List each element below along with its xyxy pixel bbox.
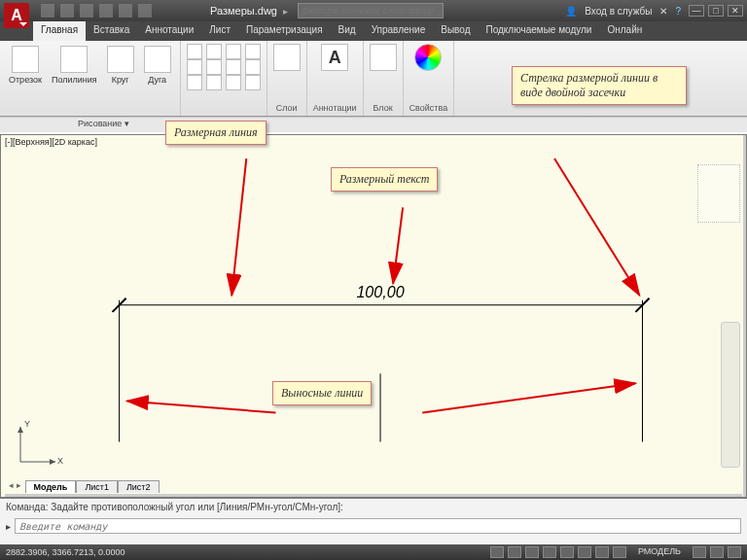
grid-toggle[interactable] [508,546,521,558]
move-icon[interactable] [187,44,202,59]
clean-screen-icon[interactable] [728,546,741,558]
command-history: Команда: Задайте противоположный угол ил… [6,502,741,512]
command-line: Команда: Задайте противоположный угол ил… [0,498,747,544]
polar-toggle[interactable] [543,546,556,558]
svg-line-10 [422,383,635,412]
panel-title-bar[interactable]: Рисование [0,117,747,132]
title-bar: A Размеры.dwg ▸ 👤 Вход в службы ✕ ? — □ … [0,0,747,21]
callout-dimtext: Размерный текст [331,167,438,192]
offset-icon[interactable] [226,75,241,90]
scrollbar-vertical[interactable] [743,135,746,497]
tab-insert[interactable]: Вставка [86,21,137,41]
ucs-icon: X Y [13,421,61,472]
array-icon[interactable] [245,59,261,75]
text-tool-icon[interactable]: A [321,44,348,71]
layers-panel: Слои [267,41,307,116]
viewcube[interactable] [697,164,740,223]
plot-icon[interactable] [99,4,113,18]
sign-in-link[interactable]: Вход в службы [585,6,652,17]
ribbon-tabs: Главная Вставка Аннотации Лист Параметри… [0,21,747,41]
rotate-icon[interactable] [206,44,222,59]
new-icon[interactable] [41,4,54,18]
fillet-icon[interactable] [226,59,241,75]
arc-tool-label: Дуга [148,75,166,85]
drawing-svg: 100,00 [1,149,746,510]
line-tool-icon[interactable] [12,46,39,73]
draw-panel: Отрезок Полилиния Круг Дуга [0,41,181,116]
svg-line-8 [554,158,639,296]
svg-line-9 [127,401,276,412]
redo-icon[interactable] [138,4,152,18]
tab-layout[interactable]: Лист [201,21,238,41]
svg-line-6 [231,158,246,296]
stretch-icon[interactable] [187,75,202,90]
tab-online[interactable]: Онлайн [599,21,650,41]
undo-icon[interactable] [119,4,132,18]
tab-annotate[interactable]: Аннотации [137,21,201,41]
extend-icon[interactable] [245,44,261,59]
tab-output[interactable]: Вывод [433,21,478,41]
tab-manage[interactable]: Управление [364,21,434,41]
svg-marker-14 [18,427,23,433]
exchange-icon[interactable]: ✕ [659,6,667,17]
command-input[interactable] [15,518,741,534]
modify-panel [181,41,267,116]
snap-toggle[interactable] [490,546,504,558]
maximize-button[interactable]: □ [708,5,724,17]
otrack-toggle[interactable] [578,546,591,558]
tab-model[interactable]: Модель [25,480,77,493]
properties-panel: Свойства [404,41,455,116]
mirror-icon[interactable] [206,59,222,75]
help-icon[interactable]: ? [675,6,681,17]
line-tool-label: Отрезок [9,75,42,85]
viewport-label[interactable]: [‑][Верхняя][2D каркас] [1,135,746,149]
polyline-tool-label: Полилиния [52,75,97,85]
history-arrow-icon[interactable]: ▸ [283,6,288,17]
properties-icon[interactable] [414,44,442,71]
tab-home[interactable]: Главная [33,21,86,41]
block-insert-icon[interactable] [370,44,397,71]
search-input[interactable] [298,3,444,18]
dyn-toggle[interactable] [595,546,609,558]
axis-x-label: X [57,456,63,466]
annotation-panel: A Аннотации [307,41,364,116]
copy-icon[interactable] [187,59,202,75]
arc-tool-icon[interactable] [144,46,171,73]
tab-layout2[interactable]: Лист2 [118,480,160,493]
circle-tool-icon[interactable] [107,46,134,73]
callout-dimline: Размерная линия [165,121,267,145]
svg-marker-13 [50,459,55,465]
block-label: Блок [374,103,393,113]
tab-parametric[interactable]: Параметризация [238,21,331,41]
lwt-toggle[interactable] [613,546,626,558]
status-toggles: РМОДЕЛЬ [490,546,741,558]
layer-props-icon[interactable] [273,44,301,71]
close-button[interactable]: ✕ [728,5,743,17]
layout-tabs: ◂ ▸ Модель Лист1 Лист2 [5,480,160,493]
trim-icon[interactable] [226,44,241,59]
polyline-tool-icon[interactable] [60,46,88,73]
osnap-toggle[interactable] [560,546,574,558]
layers-label: Слои [276,103,298,113]
tab-view[interactable]: Вид [331,21,364,41]
scale-icon[interactable] [206,75,222,90]
space-label[interactable]: РМОДЕЛЬ [638,546,681,558]
minimize-button[interactable]: — [689,5,704,17]
tab-layout1[interactable]: Лист1 [76,480,118,493]
user-icon[interactable]: 👤 [565,6,577,17]
save-icon[interactable] [80,4,93,18]
erase-icon[interactable] [245,75,261,90]
scrollbar-horizontal[interactable] [5,494,742,497]
app-menu-button[interactable]: A [4,3,29,28]
nav-bar[interactable] [721,322,740,468]
workspace-icon[interactable] [710,546,724,558]
status-bar: 2882.3906, 3366.7213, 0.0000 РМОДЕЛЬ [0,544,747,560]
properties-label: Свойства [409,103,448,113]
dimension-text: 100,00 [356,283,404,300]
ortho-toggle[interactable] [525,546,539,558]
quick-access-toolbar [41,4,152,18]
circle-tool-label: Круг [112,75,129,85]
open-icon[interactable] [60,4,74,18]
annoscale-icon[interactable] [693,546,706,558]
tab-plugins[interactable]: Подключаемые модули [478,21,599,41]
